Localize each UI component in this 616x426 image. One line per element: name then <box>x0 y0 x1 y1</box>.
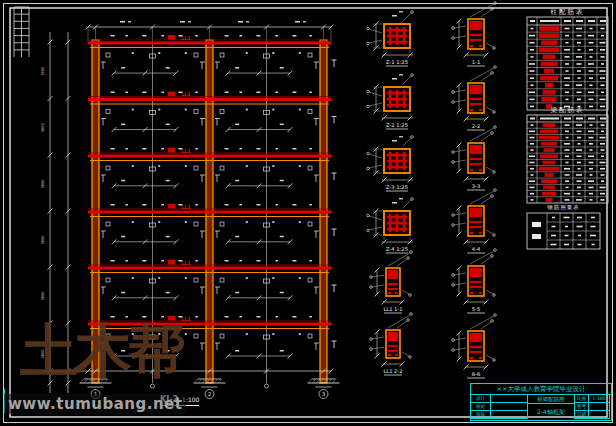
titleblock-cell <box>491 395 528 403</box>
svg-text:LL1: LL1 <box>181 316 191 322</box>
titleblock-cell: 校对 <box>471 403 491 411</box>
frame-scale: 1:100 <box>182 396 199 403</box>
titleblock-cell: 比例 <box>575 395 589 403</box>
svg-text:3600: 3600 <box>41 66 45 76</box>
frame-name: KJ-2 <box>160 395 178 404</box>
svg-text:3: 3 <box>322 391 325 397</box>
svg-text:3600: 3600 <box>41 349 45 359</box>
svg-text:1: 1 <box>94 391 97 397</box>
svg-text:Z-4 1:25: Z-4 1:25 <box>386 246 408 252</box>
material-table-title: 钢筋用量表 <box>527 204 600 211</box>
svg-text:5-5: 5-5 <box>472 306 480 312</box>
svg-text:4-4: 4-4 <box>472 246 481 252</box>
svg-text:Z-1 1:25: Z-1 1:25 <box>386 59 408 65</box>
titleblock-cell <box>589 411 610 419</box>
titleblock-cell: 审核 <box>471 411 491 419</box>
svg-text:LL1: LL1 <box>181 204 191 210</box>
titleblock-cell <box>491 411 528 419</box>
column-schedule-title: 柱配筋表 <box>527 8 608 17</box>
frame-elevation-label: KJ-21:100 <box>160 395 199 406</box>
svg-text:LL1: LL1 <box>181 35 191 41</box>
titleblock-cell: 日期 <box>575 411 589 419</box>
svg-text:Z-2 1:25: Z-2 1:25 <box>386 122 408 128</box>
titleblock-meta: 比例1:100图号日期 <box>575 395 610 419</box>
drawing-svg: 360036003600360036003600LL1LL1LL1LL1LL1L… <box>0 0 616 426</box>
titleblock-cell: 1:100 <box>589 395 610 403</box>
titleblock-signatures: 设计校对审核 <box>471 395 528 419</box>
titleblock-cell: 设计 <box>471 395 491 403</box>
titleblock-project: ××大学成人教育学院毕业设计 <box>471 384 611 395</box>
svg-text:Z-3 1:25: Z-3 1:25 <box>386 184 408 190</box>
svg-text:3600: 3600 <box>41 122 45 132</box>
svg-text:LL1: LL1 <box>181 148 191 154</box>
titleblock-cell <box>491 403 528 411</box>
svg-text:3600: 3600 <box>41 179 45 189</box>
svg-text:2-2: 2-2 <box>472 123 480 129</box>
cad-canvas[interactable]: 360036003600360036003600LL1LL1LL1LL1LL1L… <box>0 0 616 426</box>
svg-text:LL1 1-1: LL1 1-1 <box>383 306 402 312</box>
beam-schedule-title: 梁配筋表 <box>527 106 608 115</box>
svg-text:3600: 3600 <box>41 235 45 245</box>
svg-text:6-6: 6-6 <box>472 371 480 377</box>
svg-text:LL1 2-2: LL1 2-2 <box>383 368 402 374</box>
svg-text:LL1: LL1 <box>181 260 191 266</box>
svg-text:LL1: LL1 <box>181 91 191 97</box>
title-block: ××大学成人教育学院毕业设计 设计校对审核 框架配筋图 2-4轴框架 比例1:1… <box>470 383 612 421</box>
svg-text:2: 2 <box>208 391 211 397</box>
svg-text:3-3: 3-3 <box>472 183 480 189</box>
titleblock-cell: 图号 <box>575 403 589 411</box>
drawing-name: 框架配筋图 <box>528 395 574 404</box>
titleblock-drawing: 框架配筋图 2-4轴框架 <box>528 395 575 419</box>
svg-text:3600: 3600 <box>41 291 45 301</box>
titleblock-cell <box>589 403 610 411</box>
drawing-subtitle: 2-4轴框架 <box>528 404 574 419</box>
svg-text:1-1: 1-1 <box>472 59 480 65</box>
